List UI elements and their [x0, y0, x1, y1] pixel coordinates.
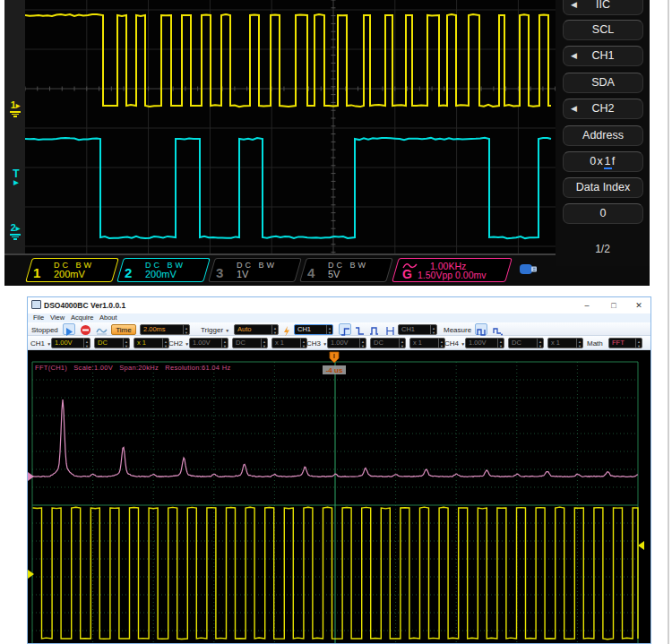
stop-button[interactable]	[79, 323, 91, 335]
scl-trace	[25, 14, 551, 107]
ch1-probe-select[interactable]: x 1▲▼	[134, 338, 169, 348]
autoset-button[interactable]	[95, 323, 108, 335]
trigger-mode-value: Auto	[237, 325, 251, 333]
channel-scale: 200mV	[54, 269, 85, 279]
spinner-icon[interactable]: ▲▼	[271, 325, 278, 334]
menu-button-data-index[interactable]: Data Index	[563, 177, 643, 198]
spinner-icon[interactable]: ▲▼	[300, 339, 306, 348]
measure-label[interactable]: Measure	[444, 326, 471, 334]
spinner-icon[interactable]: ▲▼	[221, 339, 228, 348]
spinner-icon[interactable]: ▲▼	[430, 325, 436, 334]
menu-view[interactable]: View	[50, 313, 65, 322]
ch3-volt-select[interactable]: 1.00V▲▼	[327, 338, 366, 348]
ch4-coupling-select[interactable]: DC▲▼	[508, 338, 544, 348]
ch2-probe-select[interactable]: x 1▲▼	[271, 338, 307, 348]
spinner-icon[interactable]: ▲▼	[359, 339, 366, 348]
holdoff-source-select[interactable]: CH1▲▼	[398, 324, 437, 335]
spinner-icon[interactable]: ▲▼	[162, 339, 168, 348]
spinner-icon[interactable]: ▲▼	[326, 325, 332, 334]
timebase-select[interactable]: 2.00ms▲▼	[140, 324, 190, 335]
menu-button-address[interactable]: Address	[563, 125, 643, 146]
trigger-source-value: CH1	[297, 325, 311, 333]
run-button[interactable]	[63, 323, 75, 335]
measure-pulse-button[interactable]	[475, 323, 487, 335]
spinner-icon[interactable]: ▲▼	[123, 339, 129, 348]
ch4-volt-select[interactable]: 1.00V▲▼	[465, 338, 504, 348]
spinner-icon[interactable]: ▲▼	[635, 339, 642, 348]
trigger-level-marker-right[interactable]	[638, 541, 644, 550]
minimize-button[interactable]: –	[577, 299, 597, 312]
generator-badge: G1.00KHz1.50Vpp 0.00mv	[392, 258, 513, 282]
menu-button-ch2[interactable]: CH2◀	[563, 99, 643, 119]
menu-bar: FileViewAcquireAbout	[28, 313, 650, 322]
ch2-volt-select[interactable]: 1.00V▲▼	[189, 338, 228, 348]
spinner-icon[interactable]: ▲▼	[399, 339, 405, 348]
ch2-coupling-select[interactable]: DC▲▼	[232, 338, 268, 348]
falling-edge-icon	[355, 326, 365, 336]
menu-file[interactable]: File	[33, 313, 44, 322]
ch1-coupling-select[interactable]: DC▲▼	[94, 338, 130, 348]
menu-button-0[interactable]: 0	[563, 203, 643, 224]
menu-button-iic[interactable]: IIC◀	[563, 0, 643, 15]
close-button[interactable]: ✕	[629, 299, 649, 312]
fft-position-marker[interactable]	[28, 472, 34, 481]
spinner-icon[interactable]: ▲▼	[183, 325, 189, 334]
usb-device-icon	[519, 262, 540, 279]
spinner-icon[interactable]: ▲▼	[438, 339, 444, 348]
spinner-icon[interactable]: ▲▼	[83, 339, 90, 348]
channel-badge-4: 4DC BW5V	[299, 258, 393, 282]
channel-number: 4	[307, 265, 314, 280]
trigger-source-select[interactable]: CH1▲▼	[294, 324, 333, 335]
pulse-icon	[369, 326, 379, 336]
math-label[interactable]: Math	[587, 339, 603, 348]
channel-menu-ch4[interactable]: CH4 ▼	[444, 339, 465, 348]
spinner-icon[interactable]: ▲▼	[261, 339, 267, 348]
app-window: DSO4000BC Ver1.0.0.1 – □ ✕ FileViewAcqui…	[27, 296, 651, 644]
ch1-ground-marker: 1▶	[5, 100, 25, 117]
time-button[interactable]: Time	[111, 324, 136, 335]
measure-pulse2-button[interactable]	[491, 323, 504, 335]
ch3-coupling-select[interactable]: DC▲▼	[370, 338, 406, 348]
fft-info-text: FFT(CH1) Scale:1.00V Span:20kHz Resoluti…	[35, 364, 230, 372]
math-mode-select[interactable]: FFT▲▼	[608, 338, 642, 348]
falling-edge-button[interactable]	[353, 323, 366, 335]
menu-button-0x1f[interactable]: 0x1f	[563, 151, 643, 172]
channel-badge-3: 3DC BW1V	[208, 258, 302, 282]
sda-trace	[25, 138, 551, 238]
holdoff-source-value: CH1	[401, 325, 415, 333]
spinner-icon[interactable]: ▲▼	[497, 339, 504, 348]
maximize-button[interactable]: □	[604, 299, 624, 312]
page-scroll-edge	[668, 0, 669, 644]
trigger-menu[interactable]: Trigger ▼	[201, 326, 229, 334]
rising-edge-button[interactable]	[339, 323, 351, 335]
pulse-width-icon	[385, 326, 395, 336]
ch1-ground-icon	[5, 111, 25, 117]
ch1-volt-select[interactable]: 1.00V▲▼	[51, 338, 90, 348]
trigger-mode-select[interactable]: Auto▲▼	[234, 324, 279, 335]
menu-acquire[interactable]: Acquire	[71, 313, 93, 322]
wave-icon	[96, 325, 108, 336]
scope-graticule	[25, 0, 556, 253]
ch3-probe-select[interactable]: x 1▲▼	[409, 338, 445, 348]
spinner-icon[interactable]: ▲▼	[576, 339, 582, 348]
measure-pulse2-icon	[493, 326, 503, 336]
window-title: DSO4000BC Ver1.0.0.1	[44, 301, 125, 310]
menu-back-arrow-icon: ◀	[571, 0, 577, 14]
channel-menu-ch3[interactable]: CH3 ▼	[306, 339, 327, 348]
generator-label: G	[402, 267, 412, 281]
pulse-trigger-button[interactable]	[367, 323, 380, 335]
trigger-level-marker: T ▶	[10, 169, 22, 187]
timebase-value: 2.00ms	[143, 325, 166, 333]
menu-button-scl[interactable]: SCL	[563, 20, 643, 40]
pulse-width-button[interactable]	[383, 323, 396, 335]
toolbar-channels: CH1 ▼1.00V▲▼DC▲▼x 1▲▼CH2 ▼1.00V▲▼DC▲▼x 1…	[28, 336, 650, 350]
menu-about[interactable]: About	[99, 313, 117, 322]
menu-button-sda[interactable]: SDA	[563, 73, 643, 93]
channel-menu-ch1[interactable]: CH1 ▼	[30, 339, 51, 348]
channel-menu-ch2[interactable]: CH2 ▼	[168, 339, 189, 348]
run-status: Stopped	[31, 326, 58, 334]
ch1-marker-arrow-icon: ▶	[16, 103, 21, 108]
ch4-probe-select[interactable]: x 1▲▼	[547, 338, 583, 348]
menu-button-ch1[interactable]: CH1◀	[563, 46, 643, 66]
spinner-icon[interactable]: ▲▼	[537, 339, 543, 348]
